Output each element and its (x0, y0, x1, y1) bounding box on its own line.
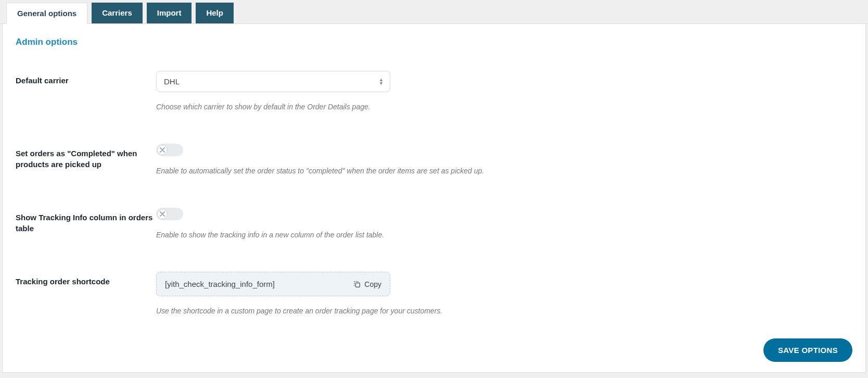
default-carrier-select[interactable]: DHL ▲ ▼ (156, 71, 390, 92)
label-shortcode: Tracking order shortcode (16, 272, 156, 287)
save-button[interactable]: SAVE OPTIONS (763, 338, 852, 362)
control-default-carrier: DHL ▲ ▼ Choose which carrier to show by … (156, 71, 852, 112)
shortcode-value: [yith_check_tracking_info_form] (165, 280, 275, 288)
row-shortcode: Tracking order shortcode [yith_check_tra… (16, 272, 852, 317)
help-default-carrier: Choose which carrier to show by default … (156, 102, 852, 112)
svg-rect-0 (356, 283, 360, 287)
tab-general-options[interactable]: General options (6, 3, 87, 24)
control-shortcode: [yith_check_tracking_info_form] Copy Use… (156, 272, 852, 317)
tab-help[interactable]: Help (196, 3, 234, 23)
tabs-bar: General options Carriers Import Help (0, 0, 868, 24)
label-default-carrier: Default carrier (16, 71, 156, 86)
control-tracking-column: Enable to show the tracking info in a ne… (156, 208, 852, 241)
copy-button[interactable]: Copy (353, 280, 381, 288)
copy-icon (353, 280, 361, 288)
row-tracking-column: Show Tracking Info column in orders tabl… (16, 208, 852, 241)
section-title: Admin options (16, 37, 852, 47)
default-carrier-value: DHL (164, 77, 180, 86)
label-completed-on-pickup: Set orders as "Completed" when products … (16, 144, 156, 170)
copy-label: Copy (364, 280, 381, 288)
help-completed-on-pickup: Enable to automatically set the order st… (156, 166, 852, 177)
settings-panel: Admin options Default carrier DHL ▲ ▼ Ch… (2, 24, 866, 373)
help-tracking-column: Enable to show the tracking info in a ne… (156, 230, 852, 241)
chevron-updown-icon: ▲ ▼ (379, 78, 384, 85)
label-tracking-column: Show Tracking Info column in orders tabl… (16, 208, 156, 234)
toggle-completed-on-pickup[interactable] (156, 144, 183, 156)
close-icon (157, 145, 168, 155)
toggle-tracking-column[interactable] (156, 208, 183, 220)
tab-carriers[interactable]: Carriers (92, 3, 143, 23)
row-completed-on-pickup: Set orders as "Completed" when products … (16, 144, 852, 177)
tab-import[interactable]: Import (147, 3, 192, 23)
shortcode-box: [yith_check_tracking_info_form] Copy (156, 272, 390, 296)
control-completed-on-pickup: Enable to automatically set the order st… (156, 144, 852, 177)
row-default-carrier: Default carrier DHL ▲ ▼ Choose which car… (16, 71, 852, 112)
close-icon (157, 209, 168, 219)
help-shortcode: Use the shortcode in a custom page to cr… (156, 306, 852, 317)
